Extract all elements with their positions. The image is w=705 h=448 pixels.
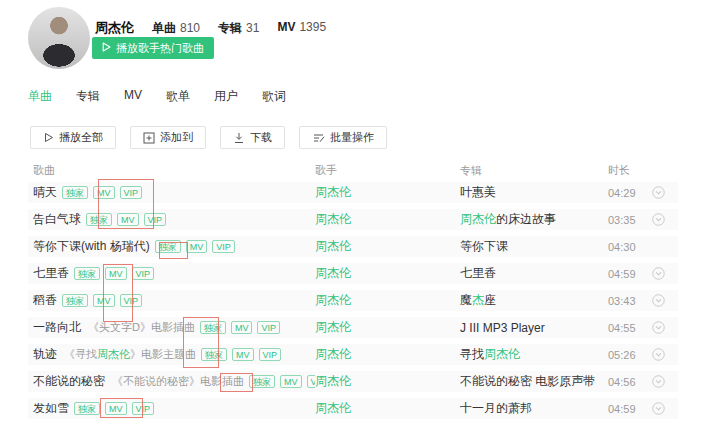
artist-link[interactable]: 周杰伦 [315,319,460,336]
artist-link[interactable]: 周杰伦 [315,238,460,255]
badge-独家: 独家 [62,294,88,307]
stat-value: 1395 [299,20,326,34]
tab-用户[interactable]: 用户 [214,88,238,105]
row-actions [652,321,678,334]
album-link[interactable]: 魔杰座 [460,292,608,309]
album-segment: 寻找 [460,347,484,361]
chevron-down-circle-icon[interactable] [652,348,665,361]
album-segment: 等你下课 [460,239,508,253]
album-link[interactable]: 等你下课 [460,238,608,255]
badge-独家: 独家 [86,213,112,226]
badge-mv: MV [105,267,127,280]
column-header-album: 专辑 [460,163,608,178]
album-link[interactable]: 十一月的萧邦 [460,400,608,417]
stat-label: MV [277,20,295,34]
artist-name: 周杰伦 [95,19,134,37]
artist-link[interactable]: 周杰伦 [315,184,460,201]
song-title[interactable]: 稻香 [33,292,57,309]
search-category-tabs: 单曲专辑MV歌单用户歌词 [28,88,286,105]
tab-MV[interactable]: MV [124,88,142,105]
table-row: 发如雪独家MVVIP周杰伦十一月的萧邦04:59 [28,398,678,419]
table-row: 轨迹《寻找周杰伦》电影主题曲独家MVVIP周杰伦寻找周杰伦05:26 [28,344,678,365]
row-actions [652,294,678,307]
row-actions [652,186,678,199]
toolbar-button-添加到[interactable]: 添加到 [130,126,206,149]
song-title[interactable]: 等你下课(with 杨瑞代) [33,238,150,255]
badge-mv: MV [93,294,115,307]
badge-vip: VIP [120,186,143,199]
column-header-artist: 歌手 [315,163,460,178]
album-link[interactable]: 寻找周杰伦 [460,346,608,363]
row-actions [652,213,678,226]
artist-link[interactable]: 周杰伦 [315,265,460,282]
artist-link[interactable]: 周杰伦 [315,346,460,363]
badge-独家: 独家 [200,321,226,334]
subtitle-segment: 《寻找 [64,348,97,360]
stat-label: 单曲 [152,21,176,35]
song-title[interactable]: 轨迹 [33,346,57,363]
badge-独家: 独家 [249,375,275,388]
album-link[interactable]: 叶惠美 [460,184,608,201]
chevron-down-circle-icon[interactable] [652,294,665,307]
download-icon [233,132,245,144]
artist-link[interactable]: 周杰伦 [315,400,460,417]
chevron-down-circle-icon[interactable] [652,267,665,280]
album-link[interactable]: 不能说的秘密 电影原声带 [460,373,608,390]
subtitle-segment: 》电影主题曲 [130,348,196,360]
chevron-down-circle-icon[interactable] [652,213,665,226]
artist-link[interactable]: 周杰伦 [315,373,460,390]
chevron-down-circle-icon[interactable] [652,321,665,334]
song-title[interactable]: 不能说的秘密 [33,373,105,390]
song-title[interactable]: 发如雪 [33,400,69,417]
album-segment: 十一月的萧邦 [460,401,532,415]
badge-vip: VIP [132,402,155,415]
song-title[interactable]: 告白气球 [33,211,81,228]
song-title[interactable]: 一路向北 [33,319,81,336]
subtitle-segment: 《不能说的秘密》电影插曲 [112,375,244,387]
artist-link[interactable]: 周杰伦 [315,211,460,228]
table-row: 等你下课(with 杨瑞代)独家MVVIP周杰伦等你下课04:30 [28,236,678,257]
badge-mv: MV [280,375,302,388]
badge-独家: 独家 [201,348,227,361]
subtitle-segment: 《头文字D》电影插曲 [88,321,195,333]
tab-歌词[interactable]: 歌词 [262,88,286,105]
song-cell: 稻香独家MVVIP [33,292,315,309]
chevron-down-circle-icon[interactable] [652,186,665,199]
toolbar-button-播放全部[interactable]: 播放全部 [30,126,116,149]
album-link[interactable]: J III MP3 Player [460,321,608,335]
badge-vip: VIP [307,375,316,388]
song-table: 歌曲 歌手 专辑 时长 晴天独家MVVIP周杰伦叶惠美04:29告白气球独家MV… [0,158,705,425]
tab-歌单[interactable]: 歌单 [166,88,190,105]
song-duration: 03:43 [608,295,652,307]
song-duration: 04:56 [608,376,652,388]
tab-单曲[interactable]: 单曲 [28,88,52,105]
album-link[interactable]: 七里香 [460,265,608,282]
artist-avatar[interactable] [28,7,90,69]
song-title[interactable]: 晴天 [33,184,57,201]
badge-独家: 独家 [74,402,100,415]
toolbar-button-下载[interactable]: 下载 [220,126,285,149]
chevron-down-circle-icon[interactable] [652,375,665,388]
album-segment: 的床边故事 [496,212,556,226]
song-duration: 04:29 [608,187,652,199]
play-icon [43,132,54,143]
table-row: 稻香独家MVVIP周杰伦魔杰座03:43 [28,290,678,311]
tab-专辑[interactable]: 专辑 [76,88,100,105]
album-link[interactable]: 周杰伦的床边故事 [460,211,608,228]
stat-value: 810 [180,21,200,35]
album-segment: 座 [484,293,496,307]
song-cell: 告白气球独家MVVIP [33,211,315,228]
song-title[interactable]: 七里香 [33,265,69,282]
song-subtitle: 《寻找周杰伦》电影主题曲 [64,347,196,362]
play-hot-songs-button[interactable]: 播放歌手热门歌曲 [92,37,214,59]
song-cell: 轨迹《寻找周杰伦》电影主题曲独家MVVIP [33,346,315,363]
song-subtitle: 《头文字D》电影插曲 [88,320,195,335]
chevron-down-circle-icon[interactable] [652,402,665,415]
badge-vip: VIP [144,213,167,226]
toolbar-button-批量操作[interactable]: 批量操作 [299,126,387,149]
artist-profile-header: 周杰伦 单曲810专辑31MV1395 [95,19,326,37]
badge-独家: 独家 [155,240,181,253]
table-row: 一路向北《头文字D》电影插曲独家MVVIP周杰伦J III MP3 Player… [28,317,678,338]
row-actions [652,267,678,280]
artist-link[interactable]: 周杰伦 [315,292,460,309]
